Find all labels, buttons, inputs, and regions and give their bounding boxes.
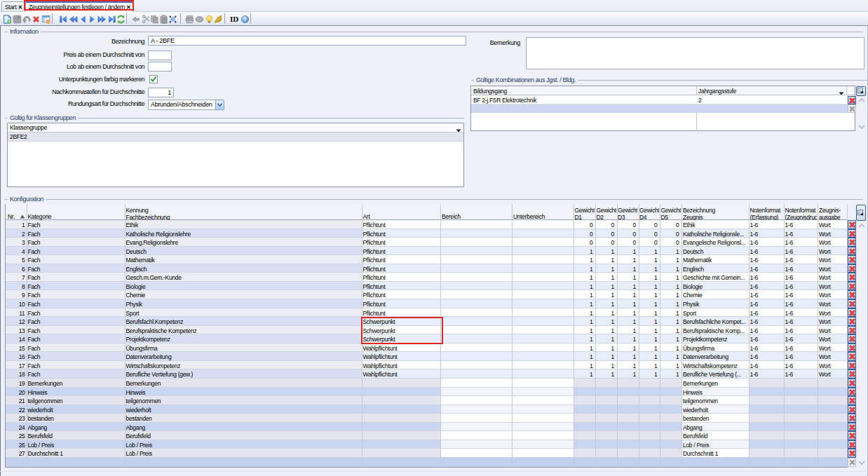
svg-text:?: ? xyxy=(243,16,247,22)
